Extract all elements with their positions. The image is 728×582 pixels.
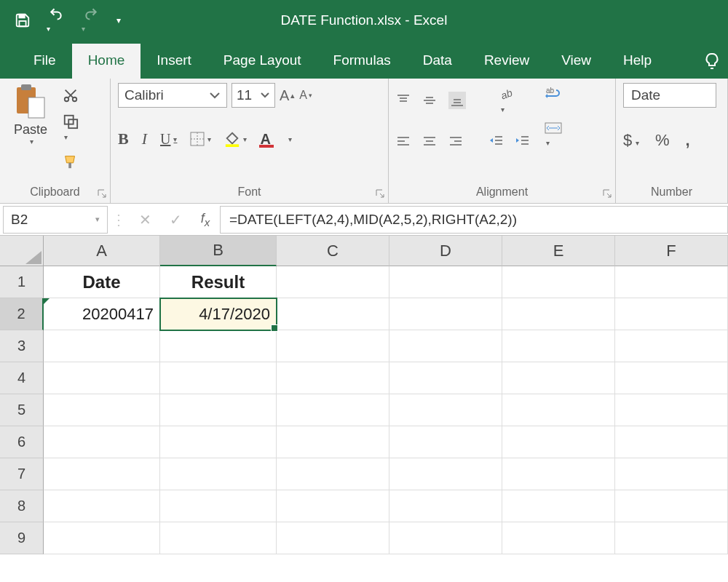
- tab-page-layout[interactable]: Page Layout: [207, 44, 317, 79]
- tab-view[interactable]: View: [545, 44, 607, 79]
- wrap-text-icon[interactable]: ab: [545, 86, 562, 102]
- row-header-7[interactable]: 7: [0, 458, 44, 490]
- increase-font-icon[interactable]: A▴: [280, 83, 295, 108]
- cell-E7[interactable]: [502, 458, 615, 490]
- cell-B4[interactable]: [160, 362, 277, 394]
- row-header-9[interactable]: 9: [0, 522, 44, 554]
- col-header-D[interactable]: D: [389, 236, 502, 266]
- row-header-5[interactable]: 5: [0, 394, 44, 426]
- tab-insert[interactable]: Insert: [141, 44, 207, 79]
- cell-C9[interactable]: [277, 522, 389, 554]
- clipboard-launcher-icon[interactable]: [97, 188, 107, 199]
- cell-D4[interactable]: [389, 362, 502, 394]
- cell-A1[interactable]: Date: [44, 266, 160, 298]
- row-header-8[interactable]: 8: [0, 490, 44, 522]
- merge-center-icon[interactable]: ▾: [545, 121, 562, 148]
- font-launcher-icon[interactable]: [375, 188, 385, 199]
- row-header-3[interactable]: 3: [0, 330, 44, 362]
- save-icon[interactable]: [15, 12, 31, 28]
- tab-formulas[interactable]: Formulas: [317, 44, 407, 79]
- tab-data[interactable]: Data: [407, 44, 468, 79]
- italic-button[interactable]: I: [142, 129, 147, 148]
- tab-review[interactable]: Review: [468, 44, 545, 79]
- qat-customize-icon[interactable]: ▾: [116, 15, 121, 25]
- cell-E8[interactable]: [502, 490, 615, 522]
- align-center-icon[interactable]: [422, 134, 437, 148]
- cell-F3[interactable]: [615, 330, 728, 362]
- cell-F5[interactable]: [615, 394, 728, 426]
- cell-B6[interactable]: [160, 426, 277, 458]
- font-name-select[interactable]: Calibri: [118, 83, 227, 108]
- fx-icon[interactable]: fx: [191, 211, 220, 228]
- cut-icon[interactable]: [63, 87, 79, 103]
- cancel-formula-icon[interactable]: ✕: [130, 211, 160, 228]
- font-color-button[interactable]: A▾: [260, 130, 291, 148]
- cell-E1[interactable]: [502, 266, 615, 298]
- number-format-select[interactable]: Date: [623, 83, 716, 108]
- col-header-E[interactable]: E: [502, 236, 615, 266]
- row-header-6[interactable]: 6: [0, 426, 44, 458]
- cell-F7[interactable]: [615, 458, 728, 490]
- cell-B7[interactable]: [160, 458, 277, 490]
- tab-file[interactable]: File: [17, 44, 72, 79]
- increase-indent-icon[interactable]: [515, 134, 530, 148]
- cell-F9[interactable]: [615, 522, 728, 554]
- enter-formula-icon[interactable]: ✓: [160, 211, 191, 228]
- col-header-C[interactable]: C: [277, 236, 389, 266]
- cell-C4[interactable]: [277, 362, 389, 394]
- cell-F4[interactable]: [615, 362, 728, 394]
- cell-F6[interactable]: [615, 426, 728, 458]
- borders-button[interactable]: ▾: [190, 132, 211, 146]
- tab-help[interactable]: Help: [607, 44, 668, 79]
- col-header-B[interactable]: B: [160, 236, 277, 266]
- cell-E2[interactable]: [502, 298, 615, 330]
- cell-A8[interactable]: [44, 490, 160, 522]
- cell-C2[interactable]: [277, 298, 389, 330]
- copy-icon[interactable]: ▾: [63, 113, 79, 143]
- cell-B8[interactable]: [160, 490, 277, 522]
- cell-C7[interactable]: [277, 458, 389, 490]
- cell-C5[interactable]: [277, 394, 389, 426]
- formula-input[interactable]: =DATE(LEFT(A2,4),MID(A2,5,2),RIGHT(A2,2)…: [220, 206, 728, 234]
- currency-icon[interactable]: $ ▾: [623, 131, 639, 150]
- cell-D5[interactable]: [389, 394, 502, 426]
- cell-A3[interactable]: [44, 330, 160, 362]
- underline-button[interactable]: U▾: [160, 131, 177, 148]
- cell-D2[interactable]: [389, 298, 502, 330]
- font-size-select[interactable]: 11: [232, 83, 275, 108]
- bold-button[interactable]: B: [118, 129, 129, 148]
- cell-C3[interactable]: [277, 330, 389, 362]
- cell-B3[interactable]: [160, 330, 277, 362]
- cell-E6[interactable]: [502, 426, 615, 458]
- row-header-4[interactable]: 4: [0, 362, 44, 394]
- orientation-icon[interactable]: ab▾: [499, 86, 515, 115]
- cell-B2[interactable]: 4/17/2020: [160, 298, 277, 330]
- cell-D1[interactable]: [389, 266, 502, 298]
- cell-E4[interactable]: [502, 362, 615, 394]
- cell-D7[interactable]: [389, 458, 502, 490]
- cell-F8[interactable]: [615, 490, 728, 522]
- cell-F1[interactable]: [615, 266, 728, 298]
- row-header-2[interactable]: 2: [0, 298, 44, 330]
- cell-A5[interactable]: [44, 394, 160, 426]
- align-right-icon[interactable]: [448, 134, 463, 148]
- cell-D6[interactable]: [389, 426, 502, 458]
- cell-F2[interactable]: [615, 298, 728, 330]
- cell-D8[interactable]: [389, 490, 502, 522]
- paste-button[interactable]: Paste ▾: [7, 83, 54, 146]
- decrease-indent-icon[interactable]: [489, 134, 504, 148]
- lightbulb-icon[interactable]: [703, 52, 721, 79]
- comma-icon[interactable]: ,: [686, 131, 690, 150]
- cell-A9[interactable]: [44, 522, 160, 554]
- redo-icon[interactable]: ▾: [82, 7, 100, 34]
- decrease-font-icon[interactable]: A▾: [299, 83, 312, 108]
- select-all-corner[interactable]: [0, 236, 44, 266]
- cell-B5[interactable]: [160, 394, 277, 426]
- cell-C6[interactable]: [277, 426, 389, 458]
- col-header-A[interactable]: A: [44, 236, 160, 266]
- format-painter-icon[interactable]: [63, 153, 79, 170]
- align-top-icon[interactable]: [396, 93, 411, 108]
- fill-color-button[interactable]: ▾: [224, 131, 247, 147]
- cell-E3[interactable]: [502, 330, 615, 362]
- cell-D9[interactable]: [389, 522, 502, 554]
